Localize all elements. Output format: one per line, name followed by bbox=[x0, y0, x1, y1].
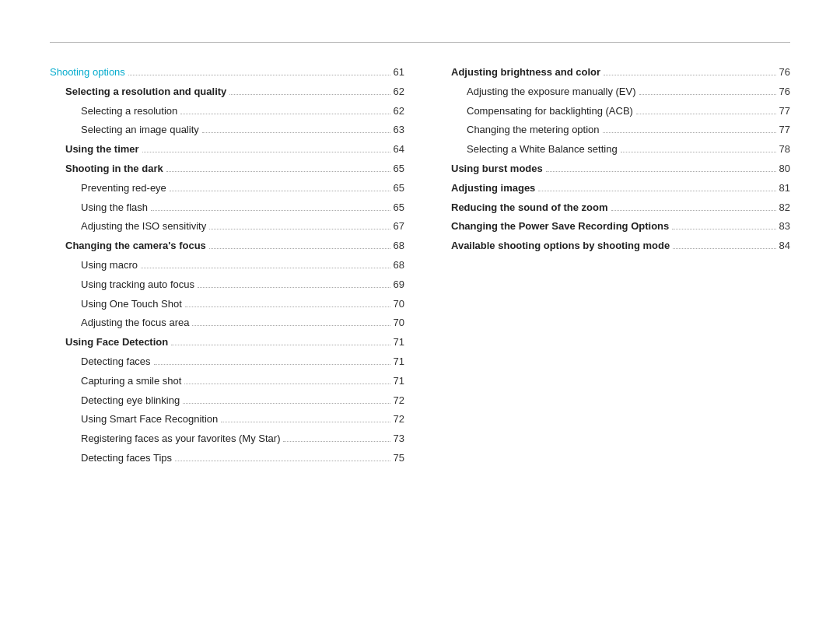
toc-label: Detecting faces Tips bbox=[81, 450, 172, 467]
toc-page: 65 bbox=[394, 161, 404, 177]
toc-dots bbox=[621, 152, 776, 152]
list-item: Capturing a smile shot71 bbox=[50, 373, 404, 390]
list-item: Using Face Detection71 bbox=[50, 335, 404, 351]
list-item: Using macro68 bbox=[50, 257, 404, 274]
list-item: Detecting eye blinking72 bbox=[50, 393, 404, 409]
toc-label: Changing the metering option bbox=[467, 122, 600, 138]
list-item: Adjusting the ISO sensitivity67 bbox=[50, 219, 404, 235]
toc-page: 78 bbox=[779, 142, 790, 158]
toc-page: 82 bbox=[779, 200, 790, 216]
toc-dots bbox=[672, 229, 775, 229]
toc-label: Adjusting images bbox=[451, 180, 535, 197]
toc-label: Reducing the sound of the zoom bbox=[451, 200, 608, 216]
toc-dots bbox=[142, 152, 390, 152]
toc-label: Detecting faces bbox=[81, 354, 151, 370]
toc-label: Capturing a smile shot bbox=[81, 373, 181, 390]
toc-dots bbox=[183, 403, 390, 404]
toc-page: 77 bbox=[779, 122, 790, 138]
page: Shooting options61Selecting a resolution… bbox=[0, 0, 840, 507]
toc-page: 72 bbox=[394, 412, 404, 428]
toc-page: 65 bbox=[394, 180, 404, 197]
toc-dots bbox=[180, 114, 390, 114]
list-item: Selecting a resolution62 bbox=[50, 103, 404, 120]
toc-dots bbox=[171, 345, 390, 345]
list-item: Changing the metering option77 bbox=[436, 122, 790, 138]
toc-dots bbox=[154, 364, 390, 365]
toc-dots bbox=[185, 306, 390, 307]
toc-dots bbox=[128, 75, 390, 75]
toc-dots bbox=[639, 94, 776, 95]
toc-label: Compensating for backlighting (ACB) bbox=[467, 103, 633, 120]
toc-dots bbox=[170, 191, 390, 191]
toc-page: 71 bbox=[394, 354, 404, 370]
left-column: Shooting options61Selecting a resolution… bbox=[50, 65, 436, 470]
toc-dots bbox=[229, 94, 390, 95]
right-column: Adjusting brightness and color76Adjustin… bbox=[436, 65, 790, 470]
list-item: Detecting faces Tips75 bbox=[50, 450, 404, 467]
toc-dots bbox=[636, 114, 776, 114]
toc-label: Using burst modes bbox=[451, 161, 543, 177]
content: Shooting options61Selecting a resolution… bbox=[50, 65, 790, 470]
toc-label: Selecting a resolution and quality bbox=[65, 84, 226, 100]
toc-page: 72 bbox=[394, 393, 404, 409]
list-item: Using burst modes80 bbox=[436, 161, 790, 177]
toc-dots bbox=[603, 132, 776, 133]
toc-label: Using Smart Face Recognition bbox=[81, 412, 218, 428]
toc-dots bbox=[202, 132, 390, 133]
toc-page: 71 bbox=[394, 335, 404, 351]
list-item: Registering faces as your favorites (My … bbox=[50, 431, 404, 447]
toc-dots bbox=[166, 171, 390, 172]
toc-label: Adjusting the exposure manually (EV) bbox=[467, 84, 636, 100]
toc-page: 75 bbox=[394, 450, 404, 467]
list-item: Adjusting brightness and color76 bbox=[436, 65, 790, 81]
toc-page: 68 bbox=[394, 238, 404, 254]
toc-label: Changing the camera's focus bbox=[65, 238, 206, 254]
toc-dots bbox=[604, 75, 775, 75]
toc-page: 71 bbox=[394, 373, 404, 390]
toc-page: 76 bbox=[779, 84, 790, 100]
list-item: Adjusting the exposure manually (EV)76 bbox=[436, 84, 790, 100]
toc-dots bbox=[209, 229, 390, 229]
list-item: Using the timer64 bbox=[50, 142, 404, 158]
toc-dots bbox=[538, 191, 775, 191]
toc-label: Adjusting the focus area bbox=[81, 315, 189, 331]
toc-page: 69 bbox=[394, 277, 404, 293]
list-item: Adjusting the focus area70 bbox=[50, 315, 404, 331]
list-item: Changing the Power Save Recording Option… bbox=[436, 219, 790, 235]
toc-label: Adjusting brightness and color bbox=[451, 65, 600, 81]
toc-dots bbox=[192, 325, 390, 326]
list-item: Available shooting options by shooting m… bbox=[436, 238, 790, 254]
toc-dots bbox=[175, 461, 390, 461]
toc-label: Selecting an image quality bbox=[81, 122, 199, 138]
toc-page: 62 bbox=[394, 84, 404, 100]
toc-page: 83 bbox=[779, 219, 790, 235]
toc-page: 70 bbox=[394, 296, 404, 313]
toc-label: Adjusting the ISO sensitivity bbox=[81, 219, 206, 235]
toc-page: 61 bbox=[394, 65, 404, 81]
list-item: Using Smart Face Recognition72 bbox=[50, 412, 404, 428]
list-item: Adjusting images81 bbox=[436, 180, 790, 197]
toc-page: 64 bbox=[394, 142, 404, 158]
toc-dots bbox=[673, 248, 775, 249]
toc-label: Selecting a White Balance setting bbox=[467, 142, 618, 158]
toc-page: 68 bbox=[394, 257, 404, 274]
toc-dots bbox=[283, 441, 390, 442]
list-item: Compensating for backlighting (ACB)77 bbox=[436, 103, 790, 120]
toc-dots bbox=[221, 422, 390, 422]
toc-page: 67 bbox=[394, 219, 404, 235]
list-item: Selecting a resolution and quality62 bbox=[50, 84, 404, 100]
toc-label: Preventing red-eye bbox=[81, 180, 166, 197]
list-item: Using tracking auto focus69 bbox=[50, 277, 404, 293]
toc-label: Registering faces as your favorites (My … bbox=[81, 431, 280, 447]
toc-page: 77 bbox=[779, 103, 790, 120]
toc-dots bbox=[141, 268, 390, 268]
list-item: Using One Touch Shot70 bbox=[50, 296, 404, 313]
toc-label: Changing the Power Save Recording Option… bbox=[451, 219, 669, 235]
toc-label: Shooting in the dark bbox=[65, 161, 163, 177]
toc-page: 70 bbox=[394, 315, 404, 331]
toc-dots bbox=[151, 210, 390, 211]
toc-dots bbox=[209, 248, 390, 249]
list-item: Detecting faces71 bbox=[50, 354, 404, 370]
toc-dots bbox=[198, 287, 390, 288]
list-item: Changing the camera's focus68 bbox=[50, 238, 404, 254]
